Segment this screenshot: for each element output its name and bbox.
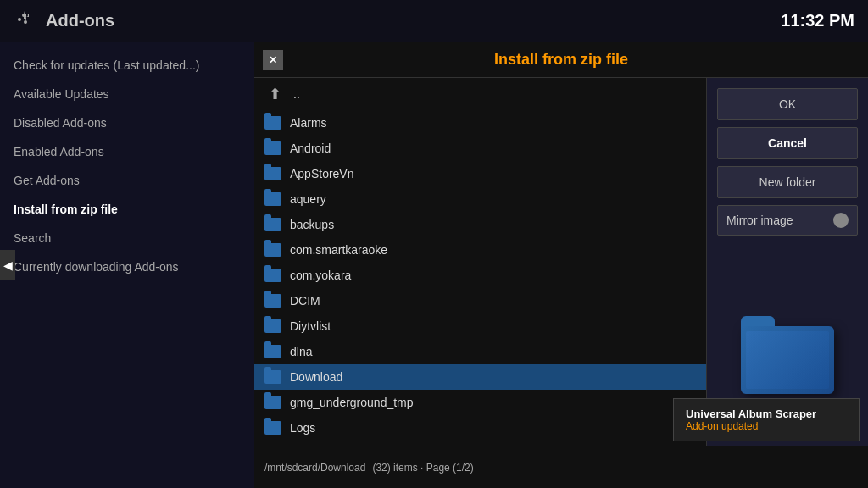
folder-preview-icon — [741, 326, 834, 394]
file-item-dcim[interactable]: DCIM — [254, 288, 706, 313]
up-arrow-icon: ⬆ — [264, 84, 285, 104]
file-name: Logs — [290, 421, 315, 435]
mirror-image-label: Mirror image — [726, 214, 793, 227]
file-item-android[interactable]: Android — [254, 136, 706, 161]
file-item-gmg[interactable]: gmg_underground_tmp — [254, 390, 706, 415]
mirror-toggle[interactable] — [833, 213, 849, 228]
file-item-diytvlist[interactable]: Diytvlist — [254, 313, 706, 339]
file-item-yokara[interactable]: com.yokara — [254, 263, 706, 288]
sidebar-item-search[interactable]: Search — [0, 224, 254, 252]
up-label: .. — [293, 87, 300, 101]
file-item-aquery[interactable]: aquery — [254, 186, 706, 212]
folder-icon — [264, 294, 281, 308]
folder-icon — [264, 345, 281, 358]
close-button[interactable]: ✕ — [263, 50, 283, 70]
sidebar-item-check-updates[interactable]: Check for updates (Last updated...) — [0, 51, 254, 80]
sidebar-item-currently-downloading[interactable]: Currently downloading Add-ons — [0, 252, 254, 281]
file-item-alarms[interactable]: Alarms — [254, 110, 706, 136]
folder-icon — [264, 421, 281, 435]
file-item-dlna[interactable]: dlna — [254, 339, 706, 364]
puzzle-icon — [14, 9, 37, 33]
file-item-download[interactable]: Download — [254, 364, 706, 390]
folder-icon — [264, 269, 281, 282]
folder-icon — [264, 396, 281, 409]
top-bar: Add-ons 11:32 PM — [0, 0, 868, 42]
sidebar-item-enabled-addons[interactable]: Enabled Add-ons — [0, 137, 254, 166]
sidebar-item-install-zip[interactable]: Install from zip file — [0, 195, 254, 224]
folder-preview — [717, 242, 858, 478]
file-item-appstoravn[interactable]: AppStoreVn — [254, 161, 706, 186]
cancel-button[interactable]: Cancel — [717, 127, 858, 159]
dialog-header: ✕ Install from zip file — [254, 42, 868, 78]
folder-icon — [264, 319, 281, 333]
file-name: com.smartkaraoke — [290, 243, 387, 257]
status-info: (32) items · Page (1/2) — [372, 462, 473, 474]
file-name: backups — [290, 218, 334, 231]
file-item-up[interactable]: ⬆ .. — [254, 78, 706, 110]
file-name: AppStoreVn — [290, 167, 354, 180]
file-name: Diytvlist — [290, 319, 331, 333]
toast-title: Universal Album Scraper — [686, 408, 847, 420]
dialog-title: Install from zip file — [494, 51, 628, 69]
folder-icon — [264, 167, 281, 180]
folder-icon — [264, 218, 281, 231]
file-item-backups[interactable]: backups — [254, 212, 706, 237]
page-title: Add-ons — [46, 11, 114, 30]
file-name: Android — [290, 141, 331, 155]
new-folder-button[interactable]: New folder — [717, 166, 858, 198]
file-name: Alarms — [290, 116, 327, 130]
file-item-logs[interactable]: Logs — [254, 415, 706, 441]
folder-icon — [264, 370, 281, 384]
toast-notification: Universal Album Scraper Add-on updated — [673, 398, 860, 441]
top-bar-left: Add-ons — [14, 9, 114, 33]
file-name: DCIM — [290, 294, 320, 308]
file-name: aquery — [290, 192, 326, 206]
file-list: ⬆ .. Alarms Android AppStoreVn aquery — [254, 78, 707, 488]
sidebar-item-disabled-addons[interactable]: Disabled Add-ons — [0, 108, 254, 137]
file-name: com.yokara — [290, 269, 351, 282]
ok-button[interactable]: OK — [717, 88, 858, 120]
status-bar: /mnt/sdcard/Download (32) items · Page (… — [254, 446, 868, 488]
file-name: Download — [290, 370, 342, 384]
sidebar-collapse-arrow[interactable]: ◀ — [0, 250, 15, 280]
status-path: /mnt/sdcard/Download — [264, 462, 365, 474]
mirror-image-row[interactable]: Mirror image — [717, 205, 858, 236]
file-name: gmg_underground_tmp — [290, 396, 414, 409]
file-item-smartkaraoke[interactable]: com.smartkaraoke — [254, 237, 706, 263]
folder-icon — [264, 141, 281, 155]
clock: 11:32 PM — [781, 11, 854, 30]
sidebar: Check for updates (Last updated...) Avai… — [0, 42, 254, 488]
folder-icon — [264, 243, 281, 257]
sidebar-item-available-updates[interactable]: Available Updates — [0, 80, 254, 108]
toast-subtitle: Add-on updated — [686, 420, 847, 432]
folder-icon — [264, 116, 281, 130]
file-name: dlna — [290, 345, 312, 358]
sidebar-item-get-addons[interactable]: Get Add-ons — [0, 166, 254, 195]
folder-icon — [264, 192, 281, 206]
